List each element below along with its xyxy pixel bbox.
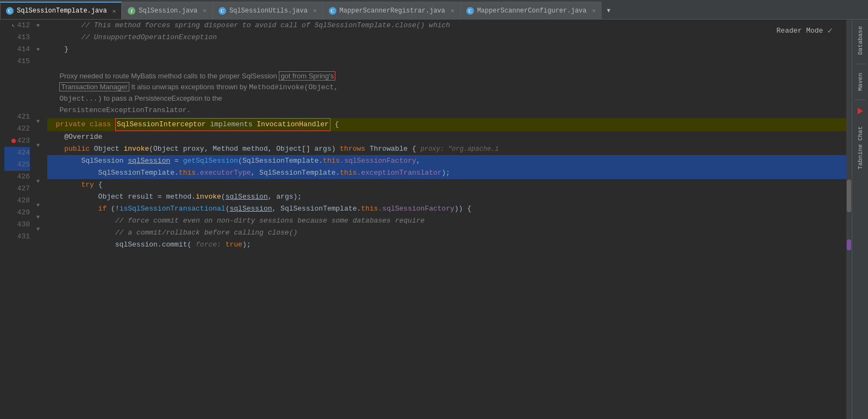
sidebar-run-icon[interactable] (855, 106, 866, 116)
code-line-424: SqlSession sqlSession = getSqlSession(Sq… (47, 155, 846, 167)
sidebar-maven[interactable]: Maven (857, 66, 864, 97)
main-area: Reader Mode ✓ ↖ 412 413 414 415 421 (0, 20, 868, 419)
vertical-scrollbar[interactable] (846, 20, 852, 419)
code-line-413: // UnsupportedOperationException (47, 32, 846, 44)
tab-icon-c: C (6, 7, 14, 15)
tab-close-1[interactable]: ✕ (113, 8, 116, 15)
scrollbar-thumb[interactable] (847, 180, 851, 212)
javadoc-block: Proxy needed to route MyBatis method cal… (47, 67, 846, 118)
sidebar-tabnine[interactable]: Tabnine Chat (857, 120, 864, 176)
code-line-421: private class SqlSessionInterceptor impl… (47, 118, 846, 131)
red-box-txmgr: Transaction Manager (59, 82, 129, 91)
cursor-arrow: ↖ (11, 20, 15, 32)
svg-marker-0 (858, 108, 863, 114)
editor-layout: ↖ 412 413 414 415 421 422 423 424 (4, 20, 852, 419)
tab-label-4: MapperScannerRegistrar.java (340, 7, 445, 15)
tab-bar: C SqlSessionTemplate.java ✕ I SqlSession… (0, 0, 868, 20)
code-line-412: // This method forces spring disposer to… (47, 20, 846, 32)
tab-close-5[interactable]: ✕ (592, 7, 596, 14)
tab-label-2: SqlSession.java (139, 7, 197, 15)
code-line-415 (47, 56, 846, 67)
code-line-428: if (!isSqlSessionTransactional(sqlSessio… (47, 203, 846, 215)
tab-label-3: SqlSessionUtils.java (229, 7, 308, 15)
red-box-class: SqlSessionInterceptor implements Invocat… (115, 118, 330, 131)
code-line-422: @Override (47, 131, 846, 143)
inline-hint-proxy: proxy: "org.apache.i (421, 143, 499, 155)
tab-sqsessiontemplate[interactable]: C SqlSessionTemplate.java ✕ (0, 2, 122, 19)
fold-gutter: ▼ ▼ ▼ ▼ ▼ ▼ ▼ ▼ (34, 20, 44, 419)
left-gutter (0, 20, 4, 419)
fold-414[interactable]: ▼ (34, 44, 42, 56)
code-area[interactable]: // This method forces spring disposer to… (44, 20, 846, 419)
tab-label: SqlSessionTemplate.java (17, 7, 107, 15)
line-numbers: ↖ 412 413 414 415 421 422 423 424 (4, 20, 34, 419)
red-box-spring: got from Spring's (279, 71, 335, 81)
right-sidebar: Database Maven Tabnine Chat (852, 20, 868, 419)
javadoc-text: Proxy needed to route MyBatis method cal… (47, 71, 846, 82)
editor-container: Reader Mode ✓ ↖ 412 413 414 415 421 (4, 20, 852, 419)
code-line-414: } (47, 44, 846, 56)
tab-icon-i: I (128, 7, 135, 15)
code-line-423: public Object invoke(Object proxy, Metho… (47, 143, 846, 155)
tab-overflow-button[interactable]: ▾ (602, 2, 616, 19)
fold-421[interactable]: ▼ (34, 115, 42, 127)
sidebar-database[interactable]: Database (857, 20, 864, 61)
javadoc-text-4: PersistenceExceptionTranslator. (47, 104, 846, 116)
tab-icon-c2: C (218, 7, 226, 15)
tab-mapperscannerregistrar[interactable]: C MapperScannerRegistrar.java ✕ (323, 2, 460, 19)
tab-close-2[interactable]: ✕ (203, 7, 207, 14)
tab-mapperscannerconfigurer[interactable]: C MapperScannerConfigurer.java ✕ (460, 2, 602, 19)
fold-428[interactable]: ▼ (34, 199, 42, 211)
tab-sqlsessionutils[interactable]: C SqlSessionUtils.java ✕ (213, 2, 323, 19)
tab-label-5: MapperScannerConfigurer.java (477, 7, 587, 15)
javadoc-text-2: Transaction Manager It also unwraps exce… (47, 82, 846, 93)
javadoc-text-3: Object...) to pass a PersistenceExceptio… (47, 93, 846, 104)
scrollbar-thumb-purple (847, 239, 851, 250)
run-svg (856, 107, 865, 115)
tab-sqlsession[interactable]: I SqlSession.java ✕ (122, 2, 213, 19)
sidebar-divider-2 (855, 100, 866, 100)
code-line-426: try { (47, 179, 846, 191)
fold-412[interactable]: ▼ (34, 20, 42, 32)
fold-430[interactable]: ▼ (34, 223, 42, 235)
code-line-427: Object result = method.invoke(sqlSession… (47, 191, 846, 203)
tab-close-4[interactable]: ✕ (451, 7, 454, 14)
code-line-429: // force commit even on non-dirty sessio… (47, 215, 846, 227)
sidebar-divider-1 (855, 64, 866, 64)
tab-close-3[interactable]: ✕ (313, 7, 317, 14)
fold-429[interactable]: ▼ (34, 211, 42, 223)
code-line-431: sqlSession.commit( force: true); (47, 239, 846, 251)
breakpoint (11, 139, 16, 143)
fold-423[interactable]: ▼ (34, 139, 42, 151)
code-line-425: SqlSessionTemplate.this.executorType, Sq… (47, 167, 846, 179)
code-line-430: // a commit/rollback before calling clos… (47, 227, 846, 239)
tab-icon-c3: C (329, 7, 336, 15)
fold-426[interactable]: ▼ (34, 175, 42, 187)
tab-icon-c4: C (466, 7, 474, 15)
